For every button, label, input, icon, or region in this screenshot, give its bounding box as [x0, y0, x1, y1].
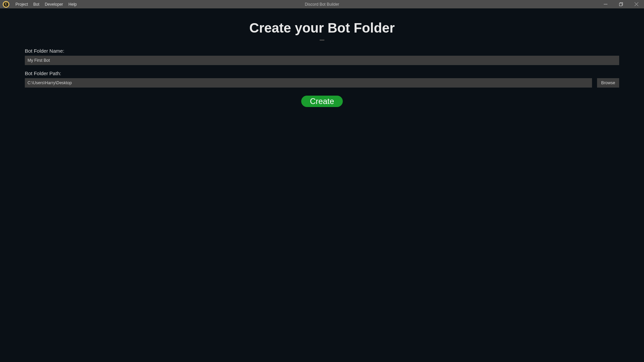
maximize-icon — [619, 2, 623, 6]
titlebar-left: C Project Bot Developer Help — [0, 0, 79, 8]
create-button[interactable]: Create — [301, 96, 343, 107]
title-divider — [320, 40, 324, 41]
folder-name-group: Bot Folder Name: — [25, 48, 619, 65]
folder-path-label: Bot Folder Path: — [25, 70, 619, 76]
close-icon — [635, 2, 638, 6]
menu-bot[interactable]: Bot — [31, 0, 42, 8]
path-row: Browse — [25, 78, 619, 88]
menu-help[interactable]: Help — [66, 0, 79, 8]
titlebar: C Project Bot Developer Help Discord Bot… — [0, 0, 644, 8]
menu-project[interactable]: Project — [13, 0, 31, 8]
browse-button[interactable]: Browse — [597, 78, 619, 88]
maximize-button[interactable] — [613, 0, 629, 8]
close-button[interactable] — [629, 0, 644, 8]
menu-developer[interactable]: Developer — [42, 0, 66, 8]
page-title: Create your Bot Folder — [25, 20, 619, 36]
app-icon-inner: C — [4, 2, 8, 7]
svg-rect-2 — [619, 3, 622, 6]
folder-name-label: Bot Folder Name: — [25, 48, 619, 54]
app-icon: C — [3, 1, 9, 8]
folder-path-input[interactable] — [25, 78, 592, 88]
window-title: Discord Bot Builder — [305, 2, 339, 7]
window-controls — [598, 0, 644, 8]
minimize-icon — [604, 2, 607, 6]
main-content: Create your Bot Folder Bot Folder Name: … — [0, 8, 644, 107]
folder-path-group: Bot Folder Path: Browse — [25, 70, 619, 88]
minimize-button[interactable] — [598, 0, 613, 8]
folder-name-input[interactable] — [25, 56, 619, 65]
menu-bar: Project Bot Developer Help — [13, 0, 79, 8]
